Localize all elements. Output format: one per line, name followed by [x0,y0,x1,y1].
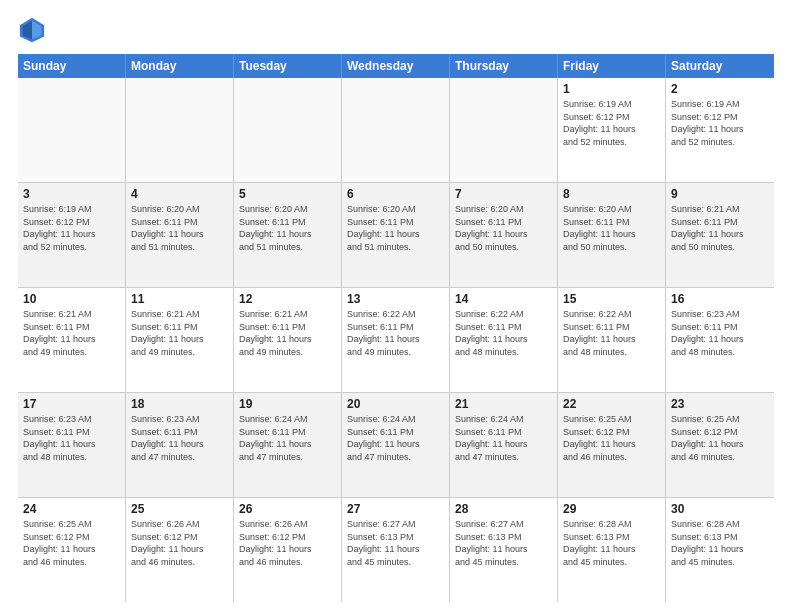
day-cell-19: 19Sunrise: 6:24 AM Sunset: 6:11 PM Dayli… [234,393,342,497]
day-detail: Sunrise: 6:25 AM Sunset: 6:12 PM Dayligh… [563,413,660,463]
day-detail: Sunrise: 6:27 AM Sunset: 6:13 PM Dayligh… [455,518,552,568]
day-number: 25 [131,502,228,516]
day-detail: Sunrise: 6:23 AM Sunset: 6:11 PM Dayligh… [23,413,120,463]
day-detail: Sunrise: 6:26 AM Sunset: 6:12 PM Dayligh… [131,518,228,568]
day-detail: Sunrise: 6:21 AM Sunset: 6:11 PM Dayligh… [239,308,336,358]
day-detail: Sunrise: 6:27 AM Sunset: 6:13 PM Dayligh… [347,518,444,568]
day-detail: Sunrise: 6:22 AM Sunset: 6:11 PM Dayligh… [347,308,444,358]
day-detail: Sunrise: 6:28 AM Sunset: 6:13 PM Dayligh… [671,518,769,568]
day-cell-11: 11Sunrise: 6:21 AM Sunset: 6:11 PM Dayli… [126,288,234,392]
day-cell-27: 27Sunrise: 6:27 AM Sunset: 6:13 PM Dayli… [342,498,450,602]
calendar: SundayMondayTuesdayWednesdayThursdayFrid… [18,54,774,602]
day-number: 27 [347,502,444,516]
day-cell-29: 29Sunrise: 6:28 AM Sunset: 6:13 PM Dayli… [558,498,666,602]
day-cell-5: 5Sunrise: 6:20 AM Sunset: 6:11 PM Daylig… [234,183,342,287]
day-cell-8: 8Sunrise: 6:20 AM Sunset: 6:11 PM Daylig… [558,183,666,287]
day-detail: Sunrise: 6:20 AM Sunset: 6:11 PM Dayligh… [563,203,660,253]
day-detail: Sunrise: 6:21 AM Sunset: 6:11 PM Dayligh… [131,308,228,358]
day-cell-15: 15Sunrise: 6:22 AM Sunset: 6:11 PM Dayli… [558,288,666,392]
day-cell-23: 23Sunrise: 6:25 AM Sunset: 6:12 PM Dayli… [666,393,774,497]
day-detail: Sunrise: 6:19 AM Sunset: 6:12 PM Dayligh… [563,98,660,148]
day-cell-4: 4Sunrise: 6:20 AM Sunset: 6:11 PM Daylig… [126,183,234,287]
day-number: 15 [563,292,660,306]
day-number: 18 [131,397,228,411]
day-detail: Sunrise: 6:22 AM Sunset: 6:11 PM Dayligh… [563,308,660,358]
day-cell-3: 3Sunrise: 6:19 AM Sunset: 6:12 PM Daylig… [18,183,126,287]
day-detail: Sunrise: 6:19 AM Sunset: 6:12 PM Dayligh… [23,203,120,253]
day-number: 13 [347,292,444,306]
day-cell-12: 12Sunrise: 6:21 AM Sunset: 6:11 PM Dayli… [234,288,342,392]
calendar-header: SundayMondayTuesdayWednesdayThursdayFrid… [18,54,774,78]
day-number: 4 [131,187,228,201]
day-detail: Sunrise: 6:20 AM Sunset: 6:11 PM Dayligh… [239,203,336,253]
day-cell-26: 26Sunrise: 6:26 AM Sunset: 6:12 PM Dayli… [234,498,342,602]
day-cell-22: 22Sunrise: 6:25 AM Sunset: 6:12 PM Dayli… [558,393,666,497]
day-detail: Sunrise: 6:20 AM Sunset: 6:11 PM Dayligh… [455,203,552,253]
day-detail: Sunrise: 6:24 AM Sunset: 6:11 PM Dayligh… [239,413,336,463]
calendar-row-4: 24Sunrise: 6:25 AM Sunset: 6:12 PM Dayli… [18,498,774,602]
day-cell-2: 2Sunrise: 6:19 AM Sunset: 6:12 PM Daylig… [666,78,774,182]
header-day-friday: Friday [558,54,666,78]
day-cell-14: 14Sunrise: 6:22 AM Sunset: 6:11 PM Dayli… [450,288,558,392]
empty-cell [234,78,342,182]
header-day-monday: Monday [126,54,234,78]
calendar-row-3: 17Sunrise: 6:23 AM Sunset: 6:11 PM Dayli… [18,393,774,498]
empty-cell [342,78,450,182]
day-number: 2 [671,82,769,96]
day-detail: Sunrise: 6:24 AM Sunset: 6:11 PM Dayligh… [455,413,552,463]
day-cell-1: 1Sunrise: 6:19 AM Sunset: 6:12 PM Daylig… [558,78,666,182]
day-detail: Sunrise: 6:25 AM Sunset: 6:12 PM Dayligh… [23,518,120,568]
header-day-sunday: Sunday [18,54,126,78]
day-cell-7: 7Sunrise: 6:20 AM Sunset: 6:11 PM Daylig… [450,183,558,287]
empty-cell [18,78,126,182]
day-number: 29 [563,502,660,516]
day-cell-24: 24Sunrise: 6:25 AM Sunset: 6:12 PM Dayli… [18,498,126,602]
header [18,16,774,44]
day-number: 10 [23,292,120,306]
day-cell-16: 16Sunrise: 6:23 AM Sunset: 6:11 PM Dayli… [666,288,774,392]
day-number: 12 [239,292,336,306]
day-number: 14 [455,292,552,306]
day-number: 16 [671,292,769,306]
day-detail: Sunrise: 6:21 AM Sunset: 6:11 PM Dayligh… [23,308,120,358]
day-detail: Sunrise: 6:23 AM Sunset: 6:11 PM Dayligh… [131,413,228,463]
empty-cell [126,78,234,182]
day-number: 19 [239,397,336,411]
day-number: 7 [455,187,552,201]
day-detail: Sunrise: 6:19 AM Sunset: 6:12 PM Dayligh… [671,98,769,148]
day-cell-6: 6Sunrise: 6:20 AM Sunset: 6:11 PM Daylig… [342,183,450,287]
header-day-saturday: Saturday [666,54,774,78]
empty-cell [450,78,558,182]
page: SundayMondayTuesdayWednesdayThursdayFrid… [0,0,792,612]
day-number: 30 [671,502,769,516]
day-cell-25: 25Sunrise: 6:26 AM Sunset: 6:12 PM Dayli… [126,498,234,602]
logo [18,16,50,44]
day-number: 26 [239,502,336,516]
day-detail: Sunrise: 6:25 AM Sunset: 6:12 PM Dayligh… [671,413,769,463]
calendar-row-1: 3Sunrise: 6:19 AM Sunset: 6:12 PM Daylig… [18,183,774,288]
day-cell-28: 28Sunrise: 6:27 AM Sunset: 6:13 PM Dayli… [450,498,558,602]
day-detail: Sunrise: 6:22 AM Sunset: 6:11 PM Dayligh… [455,308,552,358]
day-detail: Sunrise: 6:20 AM Sunset: 6:11 PM Dayligh… [131,203,228,253]
day-cell-30: 30Sunrise: 6:28 AM Sunset: 6:13 PM Dayli… [666,498,774,602]
day-number: 11 [131,292,228,306]
header-day-tuesday: Tuesday [234,54,342,78]
day-number: 8 [563,187,660,201]
day-cell-17: 17Sunrise: 6:23 AM Sunset: 6:11 PM Dayli… [18,393,126,497]
calendar-row-2: 10Sunrise: 6:21 AM Sunset: 6:11 PM Dayli… [18,288,774,393]
day-cell-18: 18Sunrise: 6:23 AM Sunset: 6:11 PM Dayli… [126,393,234,497]
header-day-wednesday: Wednesday [342,54,450,78]
day-detail: Sunrise: 6:20 AM Sunset: 6:11 PM Dayligh… [347,203,444,253]
day-number: 9 [671,187,769,201]
day-cell-20: 20Sunrise: 6:24 AM Sunset: 6:11 PM Dayli… [342,393,450,497]
day-number: 23 [671,397,769,411]
day-number: 6 [347,187,444,201]
day-detail: Sunrise: 6:24 AM Sunset: 6:11 PM Dayligh… [347,413,444,463]
day-number: 17 [23,397,120,411]
day-number: 5 [239,187,336,201]
day-number: 3 [23,187,120,201]
day-number: 21 [455,397,552,411]
day-detail: Sunrise: 6:26 AM Sunset: 6:12 PM Dayligh… [239,518,336,568]
day-number: 24 [23,502,120,516]
day-cell-9: 9Sunrise: 6:21 AM Sunset: 6:11 PM Daylig… [666,183,774,287]
